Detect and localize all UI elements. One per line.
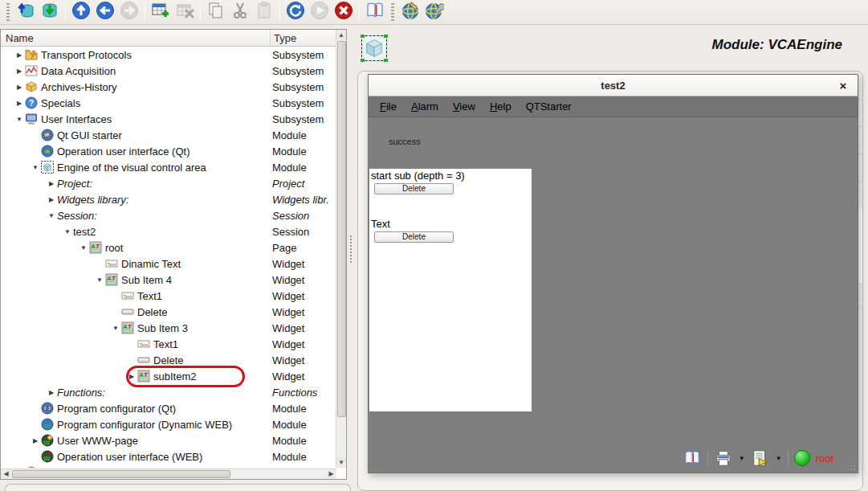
expand-arrow-icon[interactable]: ▶ (46, 180, 57, 187)
expand-arrow-icon[interactable]: ▶ (14, 68, 25, 75)
tree-row-text1[interactable]: TextText1Widget (1, 336, 346, 352)
tree-row-label[interactable]: Sub Item 3 (137, 322, 188, 334)
vca-runtime-button[interactable] (398, 2, 422, 23)
tree-row-label[interactable]: Text1 (153, 338, 178, 350)
window-titlebar[interactable]: test2 × (369, 75, 858, 96)
splitter-handle[interactable] (350, 235, 352, 263)
expand-arrow-icon[interactable]: ▶ (126, 373, 137, 380)
tree-row-text1[interactable]: TextText1Widget (1, 288, 346, 304)
tree-row-program-configurator-qt[interactable]: Program configurator (Qt)Module (1, 400, 346, 416)
tree-row-archives-history[interactable]: ▶Archives-HistorySubsystem (1, 79, 346, 95)
tree-row-session[interactable]: ▼Session:Session (1, 207, 346, 223)
tree-row-label[interactable]: Widgets library: (57, 194, 128, 206)
menu-alarm[interactable]: Alarm (404, 98, 446, 115)
load-from-db-button[interactable] (14, 2, 38, 23)
menu-view[interactable]: View (446, 98, 483, 115)
tree-row-test2[interactable]: ▼test2Session (1, 223, 346, 239)
tree-row-label[interactable]: Specials (41, 97, 80, 109)
menu-qtstarter[interactable]: QTStarter (519, 98, 579, 115)
tree-horizontal-scrollbar[interactable]: ◀ ▶ (1, 468, 336, 479)
tree-row-label[interactable]: Modules scheduler (41, 467, 128, 468)
tree-row-label[interactable]: test2 (73, 226, 96, 238)
delete-button-2[interactable]: Delete (374, 231, 454, 243)
collapse-arrow-icon[interactable]: ▼ (78, 244, 89, 252)
tree-row-engine-of-the-visual-control-area[interactable]: ▼Engine of the visual control areaModule (1, 159, 346, 175)
expand-arrow-icon[interactable]: ▶ (46, 389, 57, 396)
tree-row-user-interfaces[interactable]: ▼User InterfacesSubsystem (1, 111, 346, 127)
collapse-arrow-icon[interactable]: ▼ (30, 164, 41, 171)
tree-row-user-www-page[interactable]: ▶WUser WWW-pageModule (1, 432, 346, 448)
scroll-up-arrow-icon[interactable]: ▲ (336, 30, 346, 40)
expand-arrow-icon[interactable]: ▶ (30, 437, 41, 444)
close-button[interactable]: × (836, 78, 850, 92)
tree-row-operation-user-interface-web[interactable]: WOperation user interface (WEB)Module (1, 448, 346, 464)
export-dropdown-icon[interactable]: ▼ (776, 455, 782, 462)
tree-row-data-acquisition[interactable]: ▶Data AcquisitionSubsystem (1, 63, 346, 79)
cut-item-button[interactable] (228, 2, 252, 23)
tree-row-modules-scheduler[interactable]: Modules schedulerSubsystem (1, 464, 346, 468)
tree-column-name[interactable]: Name (1, 30, 271, 46)
collapse-arrow-icon[interactable]: ▼ (14, 116, 25, 123)
delete-button-1[interactable]: Delete (374, 183, 454, 194)
tree-row-widgets-library[interactable]: ▶Widgets library:Widgets libr. (1, 191, 346, 207)
expand-arrow-icon[interactable]: ▶ (14, 84, 25, 91)
expand-arrow-icon[interactable]: ▶ (14, 51, 25, 59)
print-icon[interactable] (714, 448, 733, 468)
stop-button[interactable] (332, 2, 356, 23)
tree-column-type[interactable]: Type (271, 32, 346, 44)
tree-row-label[interactable]: Sub Item 4 (121, 274, 172, 286)
collapse-arrow-icon[interactable]: ▼ (46, 212, 57, 219)
tree-row-specials[interactable]: ▶?SpecialsSubsystem (1, 95, 346, 111)
tree-row-subitem2[interactable]: ▶ATsubItem2Widget (1, 368, 346, 384)
tree-row-label[interactable]: Session: (57, 210, 97, 222)
tree-row-delete[interactable]: DeleteWidget (1, 304, 346, 320)
go-back-button[interactable] (93, 2, 117, 23)
manual-icon[interactable] (683, 448, 702, 468)
expand-arrow-icon[interactable]: ▶ (14, 100, 25, 107)
tree-row-delete[interactable]: DeleteWidget (1, 352, 346, 368)
tree-row-label[interactable]: root (105, 242, 123, 254)
go-up-button[interactable] (69, 2, 93, 23)
refresh-button[interactable] (283, 2, 308, 23)
save-to-db-button[interactable] (38, 2, 62, 23)
tree-row-label[interactable]: Project: (57, 178, 92, 190)
collapse-arrow-icon[interactable]: ▼ (62, 228, 73, 235)
menu-file[interactable]: File (373, 98, 404, 115)
tree-row-root[interactable]: ▼ATrootPage (1, 239, 346, 256)
tree-row-label[interactable]: Text1 (137, 290, 162, 302)
toolbar-drag-handle[interactable] (391, 3, 394, 21)
panel-splitter[interactable] (347, 25, 357, 491)
add-item-button[interactable] (149, 2, 173, 23)
collapse-arrow-icon[interactable]: ▼ (94, 276, 105, 284)
tree-row-dinamic-text[interactable]: TextDinamic TextWidget (1, 256, 346, 272)
current-user-label[interactable]: root (816, 452, 833, 464)
print-dropdown-icon[interactable]: ▼ (739, 455, 745, 462)
menu-help[interactable]: Help (483, 98, 519, 115)
tree-row-label[interactable]: Delete (153, 354, 184, 366)
tree-row-qt-gui-starter[interactable]: Qt GUI starterModule (1, 127, 346, 143)
tree-row-label[interactable]: Transport Protocols (41, 49, 132, 61)
export-icon[interactable] (751, 448, 770, 468)
vca-development-button[interactable] (422, 2, 446, 23)
tree-vertical-scrollbar[interactable]: ▲ ▼ (336, 30, 346, 468)
tree-row-label[interactable]: Delete (137, 306, 168, 318)
tree-row-label[interactable]: User Interfaces (41, 113, 112, 125)
vertical-scroll-thumb[interactable] (337, 41, 346, 417)
tree-row-sub-item-3[interactable]: ▼ATSub Item 3Widget (1, 320, 346, 336)
expand-arrow-icon[interactable]: ▶ (46, 196, 57, 203)
tree-row-sub-item-4[interactable]: ▼ATSub Item 4Widget (1, 272, 346, 288)
tree-row-label[interactable]: Operation user interface (WEB) (57, 451, 202, 463)
tree-row-label[interactable]: Operation user interface (Qt) (57, 145, 189, 158)
tree-row-label[interactable]: Program configurator (Qt) (57, 403, 176, 415)
tree-row-label[interactable]: Data Acquisition (41, 65, 116, 77)
tree-row-label[interactable]: Qt GUI starter (57, 129, 122, 141)
tree-row-label[interactable]: Dinamic Text (121, 258, 181, 270)
scroll-left-arrow-icon[interactable]: ◀ (1, 469, 11, 479)
tree-row-label[interactable]: Functions: (57, 387, 105, 399)
tree-row-functions[interactable]: ▶Functions:Functions (1, 384, 346, 400)
manual-button[interactable] (363, 2, 387, 23)
tree-row-program-configurator-dynamic-web[interactable]: WProgram configurator (Dynamic WEB)Modul… (1, 416, 346, 432)
horizontal-scroll-thumb[interactable] (12, 470, 230, 478)
tree-row-label[interactable]: User WWW-page (57, 435, 138, 447)
scroll-right-arrow-icon[interactable]: ▶ (326, 469, 336, 479)
